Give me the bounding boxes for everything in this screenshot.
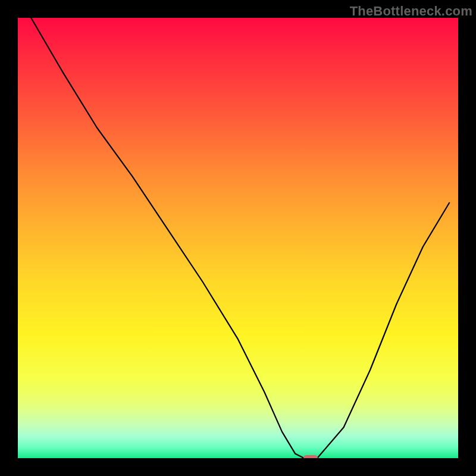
bottleneck-curve [18, 18, 458, 458]
plot-area [18, 18, 458, 458]
chart-frame: TheBottleneck.com [0, 0, 476, 476]
optimum-marker [303, 455, 318, 458]
watermark-text: TheBottleneck.com [350, 4, 472, 19]
